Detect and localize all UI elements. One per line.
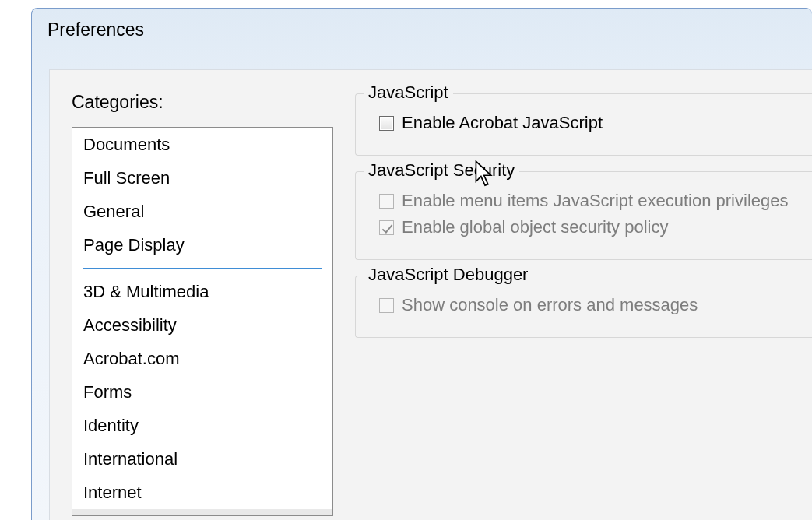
settings-panel: JavaScript Enable Acrobat JavaScript Jav…	[355, 92, 812, 520]
show-console-label: Show console on errors and messages	[402, 295, 698, 315]
group-javascript-debugger: JavaScript Debugger Show console on erro…	[355, 276, 812, 338]
group-javascript: JavaScript Enable Acrobat JavaScript	[355, 93, 812, 156]
category-full-screen[interactable]: Full Screen	[72, 161, 332, 195]
category-page-display[interactable]: Page Display	[72, 228, 332, 262]
enable-menu-js-checkbox	[379, 194, 394, 209]
group-javascript-security-title: JavaScript Security	[364, 160, 519, 181]
category-accessibility[interactable]: Accessibility	[72, 308, 332, 342]
categories-list[interactable]: Documents Full Screen General Page Displ…	[72, 127, 333, 516]
category-identity[interactable]: Identity	[72, 409, 332, 442]
category-forms[interactable]: Forms	[72, 375, 332, 409]
categories-label: Categories:	[72, 92, 333, 113]
group-javascript-title: JavaScript	[364, 83, 453, 103]
enable-global-security-label: Enable global object security policy	[402, 217, 668, 237]
enable-acrobat-js-label: Enable Acrobat JavaScript	[402, 113, 603, 133]
enable-menu-js-row: Enable menu items JavaScript execution p…	[379, 188, 798, 214]
show-console-row: Show console on errors and messages	[379, 292, 798, 318]
preferences-window: Preferences Categories: Documents Full S…	[31, 8, 812, 520]
category-internet[interactable]: Internet	[72, 476, 332, 509]
enable-menu-js-label: Enable menu items JavaScript execution p…	[402, 191, 788, 211]
content-area: Categories: Documents Full Screen Genera…	[49, 69, 812, 520]
enable-global-security-row: Enable global object security policy	[379, 214, 798, 241]
group-javascript-security: JavaScript Security Enable menu items Ja…	[355, 171, 812, 260]
enable-global-security-checkbox	[379, 220, 394, 235]
enable-acrobat-js-row[interactable]: Enable Acrobat JavaScript	[379, 110, 798, 136]
category-javascript[interactable]: JavaScript	[72, 509, 332, 516]
category-international[interactable]: International	[72, 442, 332, 476]
group-javascript-debugger-title: JavaScript Debugger	[364, 265, 533, 285]
category-documents[interactable]: Documents	[72, 128, 332, 161]
category-general[interactable]: General	[72, 195, 332, 228]
category-3d-multimedia[interactable]: 3D & Multimedia	[72, 275, 332, 308]
sidebar: Categories: Documents Full Screen Genera…	[72, 92, 333, 520]
window-title: Preferences	[32, 9, 812, 48]
category-divider	[83, 268, 322, 269]
category-acrobat-com[interactable]: Acrobat.com	[72, 342, 332, 375]
enable-acrobat-js-checkbox[interactable]	[379, 116, 394, 131]
show-console-checkbox	[379, 298, 394, 313]
